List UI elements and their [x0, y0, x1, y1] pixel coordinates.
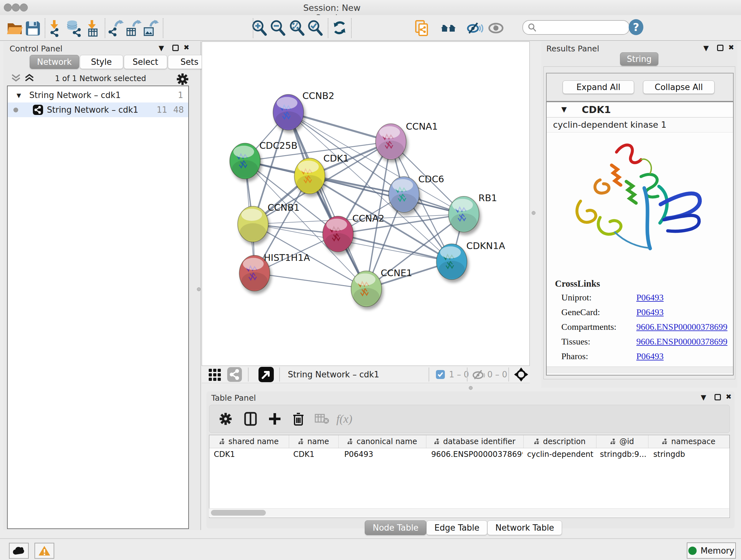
add-column-icon[interactable]: [267, 411, 283, 427]
minimize-window-button[interactable]: [12, 3, 20, 11]
network-node-CCNA1[interactable]: [376, 124, 406, 159]
network-node-CDK1[interactable]: [294, 158, 325, 194]
import-network-file-icon[interactable]: [47, 19, 64, 37]
network-node-CDC25B[interactable]: [230, 143, 260, 179]
tab-string[interactable]: String: [620, 52, 658, 66]
table-row[interactable]: CDK1CDK1P064939606.ENSP00000378699cyclin…: [209, 448, 730, 460]
search-input[interactable]: [522, 20, 630, 35]
refresh-icon[interactable]: [331, 19, 349, 37]
network-view-toolbar: String Network – cdk1 1 – 0 0 – 0: [202, 366, 530, 383]
column-header-description[interactable]: description: [524, 435, 596, 448]
hidden-eye-icon: [472, 368, 486, 381]
expand-all-button[interactable]: Expand All: [562, 80, 634, 94]
column-header-shared-name[interactable]: shared name: [209, 435, 289, 448]
columns-icon[interactable]: [243, 411, 259, 427]
fit-selected-crosshair-icon[interactable]: [514, 368, 529, 381]
crosslink-link[interactable]: P06493: [636, 293, 664, 303]
export-network-icon[interactable]: [107, 19, 125, 37]
eye-icon[interactable]: [488, 19, 506, 37]
panel-menu-icon[interactable]: ▼: [701, 394, 706, 401]
delete-column-icon[interactable]: [290, 411, 307, 427]
crosslink-link[interactable]: P06493: [636, 351, 664, 361]
section-expander-icon[interactable]: ▼: [561, 106, 567, 113]
birdseye-view-icon[interactable]: [259, 368, 274, 381]
network-edge[interactable]: [255, 273, 366, 289]
gear-icon[interactable]: [176, 72, 190, 86]
warning-button[interactable]: [35, 543, 54, 559]
export-table-icon[interactable]: [125, 19, 142, 37]
help-button[interactable]: ?: [629, 19, 643, 35]
panel-close-icon[interactable]: ✖: [728, 44, 734, 51]
import-network-database-icon[interactable]: [65, 19, 83, 37]
vertical-splitter-handle[interactable]: [197, 287, 201, 291]
panel-float-icon[interactable]: [172, 45, 179, 51]
import-table-icon[interactable]: [84, 19, 102, 37]
crosslink-row: Pharos:P06493: [561, 351, 664, 366]
table-horizontal-scrollbar[interactable]: [209, 508, 729, 517]
gear-icon[interactable]: [218, 411, 233, 427]
duplicate-network-icon[interactable]: [413, 19, 431, 37]
scrollbar-thumb[interactable]: [211, 510, 266, 516]
tab-edge-table[interactable]: Edge Table: [426, 520, 487, 535]
column-header-canonical-name[interactable]: canonical name: [339, 435, 426, 448]
panel-close-icon[interactable]: ✖: [726, 393, 731, 400]
horizontal-splitter-handle[interactable]: [469, 386, 473, 390]
zoom-window-button[interactable]: [20, 3, 28, 11]
share-view-icon[interactable]: [227, 368, 242, 381]
control-panel: Control Panel ▼ ✖ NetworkStyleSelectSets…: [3, 42, 201, 530]
memory-button[interactable]: Memory: [687, 543, 736, 559]
tab-select[interactable]: Select: [124, 55, 167, 69]
network-node-CCNB1[interactable]: [238, 206, 268, 242]
network-node-CDC6[interactable]: [389, 177, 419, 212]
zoom-fit-icon[interactable]: [288, 19, 307, 37]
column-header-name[interactable]: name: [289, 435, 339, 448]
tree-expander-icon[interactable]: ▼: [17, 92, 21, 99]
selected-count: 1 – 0: [449, 368, 469, 381]
panel-close-icon[interactable]: ✖: [184, 44, 189, 51]
crosslink-link[interactable]: 9606.ENSP00000378699: [636, 336, 727, 347]
column-header-database-identifier[interactable]: database identifier: [426, 435, 524, 448]
network-node-CCNA2[interactable]: [323, 216, 353, 252]
table-tabs: Node TableEdge TableNetwork Table: [365, 520, 562, 535]
results-scrollbar[interactable]: [547, 367, 733, 374]
network-node-CDKN1A[interactable]: [436, 244, 467, 280]
network-edge[interactable]: [288, 112, 391, 142]
network-collection-row[interactable]: ▼ String Network – cdk1 1: [8, 88, 188, 103]
zoom-in-icon[interactable]: [251, 19, 269, 37]
zoom-out-icon[interactable]: [269, 19, 287, 37]
tab-network-table[interactable]: Network Table: [487, 520, 562, 535]
panel-menu-icon[interactable]: ▼: [158, 45, 164, 52]
column-header-namespace[interactable]: namespace: [649, 435, 730, 448]
selected-checkbox[interactable]: [436, 368, 445, 381]
panel-float-icon[interactable]: [717, 45, 724, 51]
title-bar: Session: New Session: [0, 0, 741, 15]
panel-float-icon[interactable]: [715, 394, 721, 400]
network-canvas[interactable]: CCNB2CCNA1CDC25BCDK1CDC6RB1CCNB1CCNA2CDK…: [202, 42, 530, 366]
tab-style[interactable]: Style: [80, 55, 123, 69]
open-file-icon[interactable]: [6, 19, 24, 37]
show-panels-icon[interactable]: [440, 19, 458, 37]
network-node-CCNB2[interactable]: [273, 95, 304, 130]
vertical-splitter-handle[interactable]: [532, 211, 536, 215]
network-node-RB1[interactable]: [448, 196, 479, 232]
grid-view-icon[interactable]: [208, 368, 222, 381]
tab-network[interactable]: Network: [30, 55, 79, 69]
column-header-@id[interactable]: @id: [596, 435, 649, 448]
tab-node-table[interactable]: Node Table: [365, 520, 426, 535]
close-window-button[interactable]: [4, 3, 12, 11]
export-image-icon[interactable]: [142, 19, 159, 37]
cloud-button[interactable]: [9, 543, 29, 559]
panel-menu-icon[interactable]: ▼: [703, 45, 709, 52]
save-session-icon[interactable]: [24, 19, 42, 37]
table-cell: stringdb: [649, 448, 730, 460]
crosslink-link[interactable]: 9606.ENSP00000378699: [636, 322, 727, 332]
zoom-selected-icon[interactable]: [307, 19, 325, 37]
network-row-selected[interactable]: String Network – cdk1 11 48: [8, 103, 188, 117]
collapse-all-button[interactable]: Collapse All: [643, 80, 715, 94]
network-node-CCNE1[interactable]: [351, 271, 382, 307]
hide-unhide-icon[interactable]: [467, 19, 484, 37]
crosslink-link[interactable]: P06493: [636, 307, 664, 317]
collapse-expand-all-icons[interactable]: [11, 73, 37, 84]
toolbar-separator: [248, 368, 249, 381]
node-label-RB1: RB1: [478, 192, 497, 203]
